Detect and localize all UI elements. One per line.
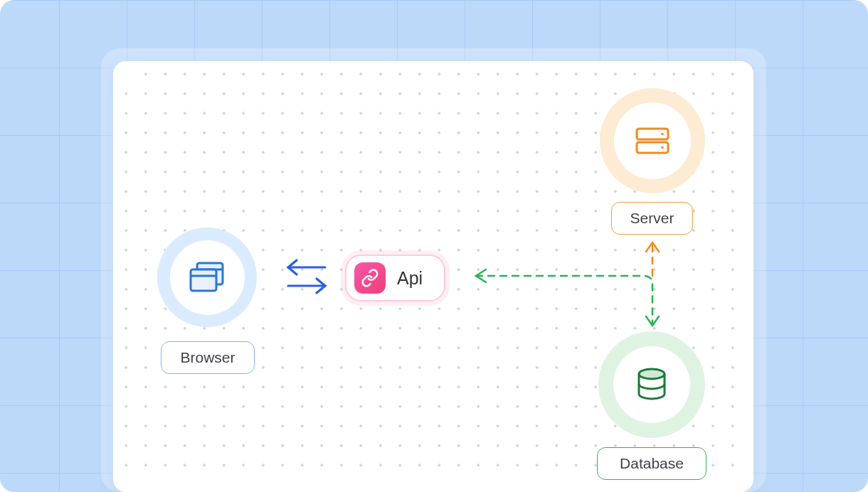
database-icon [635,367,669,402]
svg-rect-4 [191,269,216,291]
server-node[interactable] [600,88,705,193]
arrow-api-branch [476,269,659,326]
svg-point-10 [639,369,665,379]
database-label-text: Database [620,455,684,472]
svg-point-8 [661,133,664,136]
arrow-branch-server [646,242,659,276]
api-label-text: Api [397,268,423,289]
diagram-canvas[interactable]: Browser Api Server [113,61,753,492]
api-node[interactable]: Api [345,255,445,301]
browser-label[interactable]: Browser [161,341,255,374]
svg-point-9 [661,146,664,149]
server-icon [633,125,672,156]
database-circle [613,346,690,423]
browser-label-text: Browser [180,349,235,366]
server-label-text: Server [630,210,674,227]
database-label[interactable]: Database [597,447,706,480]
browser-circle [170,240,245,315]
link-icon [354,262,386,294]
arrow-browser-api [288,260,325,293]
server-label[interactable]: Server [611,202,693,235]
browser-node[interactable] [157,228,257,327]
database-node[interactable] [598,331,705,438]
browser-icon [187,260,227,294]
server-circle [614,102,691,179]
